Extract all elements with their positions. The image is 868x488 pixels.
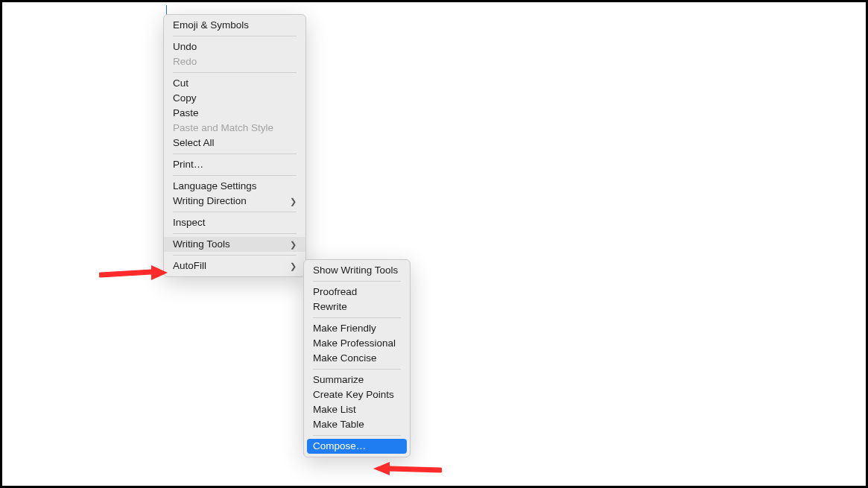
menu-label: Copy: [173, 91, 197, 106]
menu-separator: [173, 72, 297, 73]
menu-separator: [313, 369, 401, 370]
menu-label: Compose…: [313, 439, 366, 454]
menu-separator: [313, 317, 401, 318]
menu-item-inspect[interactable]: Inspect: [164, 215, 305, 230]
menu-label: Language Settings: [173, 179, 257, 194]
chevron-right-icon: ❯: [290, 237, 297, 252]
menu-item-rewrite[interactable]: Rewrite: [304, 300, 410, 314]
menu-label: Print…: [173, 157, 203, 172]
menu-item-writing-tools[interactable]: Writing Tools ❯: [164, 237, 305, 252]
menu-separator: [173, 255, 297, 256]
menu-item-summarize[interactable]: Summarize: [304, 373, 410, 387]
menu-item-redo: Redo: [164, 54, 305, 69]
svg-marker-3: [373, 462, 390, 475]
menu-label: Writing Direction: [173, 194, 247, 209]
menu-item-show-writing-tools[interactable]: Show Writing Tools: [304, 263, 410, 278]
svg-line-0: [101, 272, 151, 275]
menu-item-print[interactable]: Print…: [164, 157, 305, 172]
menu-label: Make Table: [313, 417, 364, 432]
svg-line-2: [390, 469, 440, 470]
menu-label: Make Friendly: [313, 321, 376, 336]
menu-separator: [313, 281, 401, 282]
writing-tools-submenu: Show Writing Tools Proofread Rewrite Mak…: [303, 259, 411, 457]
menu-label: Show Writing Tools: [313, 263, 398, 278]
menu-item-cut[interactable]: Cut: [164, 76, 305, 91]
menu-separator: [173, 233, 297, 234]
annotation-arrow-writing-tools: [99, 263, 168, 282]
menu-item-writing-direction[interactable]: Writing Direction ❯: [164, 194, 305, 209]
menu-separator: [173, 212, 297, 212]
menu-item-proofread[interactable]: Proofread: [304, 285, 410, 300]
menu-label: Paste and Match Style: [173, 121, 273, 136]
menu-label: AutoFill: [173, 259, 206, 273]
menu-label: Summarize: [313, 373, 364, 387]
menu-label: Rewrite: [313, 300, 347, 314]
menu-item-autofill[interactable]: AutoFill ❯: [164, 259, 305, 273]
menu-label: Create Key Points: [313, 387, 394, 402]
menu-item-make-list[interactable]: Make List: [304, 402, 410, 417]
menu-label: Cut: [173, 76, 189, 91]
menu-item-make-professional[interactable]: Make Professional: [304, 336, 410, 351]
annotation-arrow-compose: [373, 460, 442, 479]
menu-item-make-table[interactable]: Make Table: [304, 417, 410, 432]
menu-label: Make Concise: [313, 351, 377, 366]
menu-item-create-key-points[interactable]: Create Key Points: [304, 387, 410, 402]
menu-item-compose[interactable]: Compose…: [307, 439, 407, 454]
menu-label: Make List: [313, 402, 356, 417]
menu-label: Proofread: [313, 285, 357, 300]
menu-label: Make Professional: [313, 336, 396, 351]
menu-separator: [173, 175, 297, 176]
menu-item-paste[interactable]: Paste: [164, 106, 305, 121]
menu-label: Redo: [173, 54, 197, 69]
menu-separator: [313, 435, 401, 436]
chevron-right-icon: ❯: [290, 194, 297, 209]
menu-item-undo[interactable]: Undo: [164, 39, 305, 54]
menu-item-make-friendly[interactable]: Make Friendly: [304, 321, 410, 336]
menu-label: Writing Tools: [173, 237, 230, 252]
menu-label: Undo: [173, 39, 197, 54]
menu-separator: [173, 153, 297, 154]
menu-item-copy[interactable]: Copy: [164, 91, 305, 106]
menu-item-paste-match-style: Paste and Match Style: [164, 121, 305, 136]
menu-item-make-concise[interactable]: Make Concise: [304, 351, 410, 366]
menu-item-select-all[interactable]: Select All: [164, 136, 305, 150]
menu-item-emoji-symbols[interactable]: Emoji & Symbols: [164, 18, 305, 33]
menu-label: Select All: [173, 136, 215, 150]
context-menu: Emoji & Symbols Undo Redo Cut Copy Paste…: [163, 14, 306, 277]
menu-separator: [173, 36, 297, 37]
menu-label: Inspect: [173, 215, 206, 230]
chevron-right-icon: ❯: [290, 259, 297, 273]
menu-label: Paste: [173, 106, 199, 121]
menu-item-language-settings[interactable]: Language Settings: [164, 179, 305, 194]
menu-label: Emoji & Symbols: [173, 18, 249, 33]
